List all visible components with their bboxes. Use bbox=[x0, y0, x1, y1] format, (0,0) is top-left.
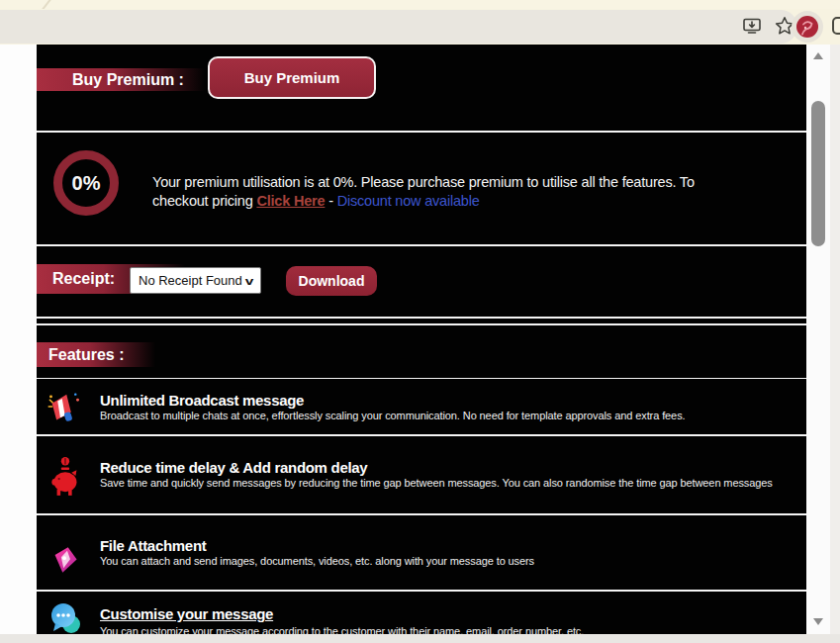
discount-link[interactable]: Discount now available bbox=[337, 193, 480, 209]
section-divider bbox=[37, 317, 806, 319]
download-button[interactable]: Download bbox=[286, 266, 377, 296]
megaphone-icon bbox=[47, 389, 82, 424]
feature-title[interactable]: Customise your message bbox=[100, 605, 273, 622]
feature-title: Unlimited Broadcast message bbox=[100, 392, 304, 409]
scrollbar-thumb[interactable] bbox=[811, 101, 825, 246]
click-here-link[interactable]: Click Here bbox=[256, 193, 325, 209]
section-divider bbox=[37, 590, 806, 592]
section-divider bbox=[37, 131, 806, 133]
extension-highlight bbox=[792, 11, 823, 43]
section-divider bbox=[37, 323, 806, 325]
utilisation-line1: Your premium utilisation is at 0%. Pleas… bbox=[152, 174, 695, 190]
section-divider bbox=[37, 513, 806, 515]
browser-toolbar bbox=[0, 9, 840, 45]
utilisation-percent: 0% bbox=[72, 172, 101, 195]
piggy-bank-icon bbox=[49, 455, 83, 499]
utilisation-line2: checkout pricing bbox=[152, 193, 256, 209]
receipt-select[interactable]: No Receipt Found v bbox=[130, 267, 261, 294]
link-dash: - bbox=[325, 193, 336, 209]
scrollbar-track[interactable] bbox=[806, 45, 830, 634]
feature-title: File Attachment bbox=[100, 537, 206, 554]
buy-premium-label: Buy Premium : bbox=[37, 68, 205, 91]
feature-title: Reduce time delay & Add random delay bbox=[100, 459, 367, 476]
browser-window: Buy Premium : Buy Premium 0% Your premiu… bbox=[0, 0, 840, 643]
section-divider bbox=[37, 434, 806, 436]
features-header: Features : bbox=[37, 342, 155, 367]
chevron-down-icon: v bbox=[245, 275, 254, 287]
chat-bubble-icon bbox=[49, 601, 83, 634]
feature-description: Broadcast to multiple chats at once, eff… bbox=[100, 410, 793, 422]
scroll-up-arrow[interactable] bbox=[813, 52, 823, 59]
feature-description: Save time and quickly send messages by r… bbox=[100, 477, 793, 490]
popup-right-edge bbox=[830, 45, 840, 634]
tab-strip bbox=[0, 0, 840, 9]
section-divider bbox=[37, 244, 806, 246]
extensions-puzzle-icon[interactable] bbox=[832, 17, 840, 35]
feature-description: You can customize your message according… bbox=[100, 625, 793, 634]
extension-icon[interactable] bbox=[796, 16, 818, 38]
scroll-down-arrow[interactable] bbox=[813, 618, 823, 625]
install-icon[interactable] bbox=[742, 16, 762, 36]
window-bottom-edge bbox=[0, 634, 840, 643]
buy-premium-button[interactable]: Buy Premium bbox=[208, 56, 376, 99]
file-attachment-gem-icon bbox=[50, 544, 80, 576]
section-divider bbox=[37, 378, 806, 379]
receipt-select-value: No Receipt Found bbox=[139, 273, 242, 288]
address-bar[interactable] bbox=[0, 10, 797, 44]
utilisation-text: Your premium utilisation is at 0%. Pleas… bbox=[152, 173, 786, 211]
feature-description: You can attach and send images, document… bbox=[100, 555, 793, 568]
extension-popup: Buy Premium : Buy Premium 0% Your premiu… bbox=[37, 45, 806, 634]
utilisation-donut: 0% bbox=[53, 150, 119, 216]
